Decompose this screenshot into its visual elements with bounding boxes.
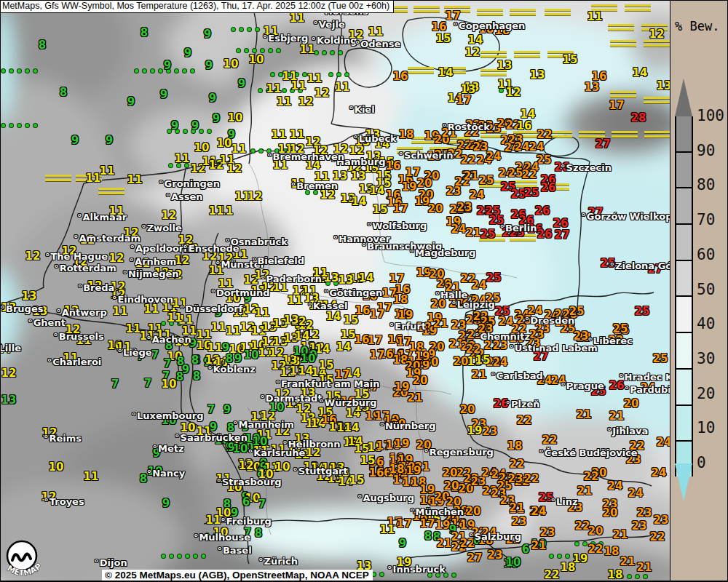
- drizzle-dot-icon: [636, 575, 639, 578]
- temp-value: 26: [535, 206, 550, 217]
- city-label: Würzburg: [319, 398, 376, 407]
- temp-value: 17: [370, 350, 385, 361]
- temp-value: 24: [515, 142, 530, 153]
- temp-value: 11: [144, 304, 159, 315]
- drizzle-dot-icon: [143, 69, 146, 73]
- temp-value: 10: [223, 59, 239, 70]
- temp-value: 17: [456, 95, 472, 106]
- drizzle-dot-icon: [329, 73, 333, 76]
- drizzle-dot-icon: [199, 129, 203, 133]
- temp-value: 12: [25, 251, 41, 262]
- temp-value: 14: [315, 344, 331, 355]
- drizzle-dot-icon: [314, 51, 318, 55]
- mist-symbol-icon: [477, 9, 503, 16]
- drizzle-dot-icon: [271, 73, 274, 76]
- temp-value: 16: [369, 468, 384, 479]
- temp-value: 21: [510, 503, 525, 514]
- temp-value: 14: [359, 273, 374, 284]
- temp-value: 10: [506, 557, 521, 568]
- temp-value: 22: [517, 415, 532, 426]
- temp-value: 14: [438, 68, 454, 79]
- temp-value: 13: [284, 315, 299, 326]
- city-label: Carlsbad: [491, 371, 543, 380]
- legend-segment: [676, 116, 692, 151]
- city-label: Rotterdam: [54, 263, 116, 273]
- drizzle-dot-icon: [245, 49, 248, 52]
- temp-value: 12: [227, 164, 242, 175]
- city-label: Luxembourg: [132, 411, 204, 420]
- drizzle-dot-icon: [258, 89, 262, 92]
- temp-value: 17: [609, 100, 625, 111]
- temp-value: 22: [588, 544, 604, 555]
- city-label: Alkmaar: [77, 212, 127, 222]
- drizzle-dot-icon: [33, 69, 37, 73]
- city-label: Zwolle: [141, 223, 182, 233]
- copyright-bar: © 2025 MetMaps.eu (AGB), OpenStreetMap, …: [102, 570, 373, 581]
- temp-value: 9: [171, 121, 178, 132]
- temp-value: 27: [467, 553, 483, 564]
- temp-value: 21: [637, 562, 652, 573]
- city-label: Szczecin: [561, 163, 612, 172]
- temp-value: 11: [211, 322, 226, 333]
- title-bar: MetMaps, Gfs WW-Symbol, Mos Temperature …: [0, 0, 394, 13]
- temp-value: 13: [22, 291, 37, 302]
- temp-value: 9: [106, 135, 113, 146]
- temp-value: 21: [464, 171, 479, 182]
- temp-value: 22: [510, 459, 525, 470]
- city-label: Erfurt: [389, 322, 426, 331]
- temp-value: 18: [507, 441, 523, 452]
- city-label: Basel: [217, 546, 251, 555]
- temp-value: 19: [406, 466, 422, 477]
- city-label: Strasbourg: [216, 477, 281, 487]
- city-label: Gorzów Wielkopolski: [581, 212, 670, 221]
- temp-value: 19: [402, 182, 417, 193]
- drizzle-dot-icon: [169, 164, 173, 167]
- temp-value: 22: [461, 155, 476, 166]
- legend-tick-label: 70: [697, 211, 715, 228]
- mist-symbol-icon: [610, 40, 636, 47]
- drizzle-dot-icon: [337, 73, 341, 76]
- temp-value: 9: [223, 404, 231, 415]
- city-label: Göttingen: [324, 288, 383, 298]
- temp-value: 8: [226, 354, 233, 364]
- temp-value: 27: [555, 230, 570, 241]
- temp-value: 22: [522, 170, 537, 180]
- city-label: Linz: [550, 497, 577, 506]
- temp-value: 9: [210, 422, 217, 433]
- temp-value: 18: [608, 570, 623, 581]
- city-label: Rostock: [442, 122, 490, 132]
- temp-value: 24: [628, 488, 644, 499]
- temp-value: 9: [238, 79, 245, 89]
- drizzle-dot-icon: [25, 124, 29, 127]
- temp-value: 15: [373, 204, 388, 215]
- mist-symbol-icon: [514, 51, 540, 58]
- city-label: Innsbruck: [387, 565, 446, 574]
- temp-value: 18: [604, 546, 620, 557]
- temp-value: 11: [288, 295, 303, 306]
- temp-value: 12: [298, 97, 314, 108]
- temp-value: 10: [217, 138, 232, 149]
- city-label: Bielefeld: [252, 256, 304, 266]
- temp-value: 7: [144, 378, 151, 389]
- legend-segment: [676, 151, 692, 188]
- temp-value: 23: [493, 340, 508, 351]
- temp-value: 24: [652, 468, 667, 479]
- temp-value: 19: [398, 310, 414, 321]
- city-label: Schwerin: [399, 151, 454, 160]
- temp-value: 12: [465, 47, 480, 58]
- temp-value: 11: [113, 306, 128, 317]
- city-label: Charleroi: [47, 357, 102, 367]
- drizzle-dot-icon: [186, 554, 189, 558]
- temp-value: 14: [336, 342, 352, 353]
- mist-symbol-icon: [98, 188, 124, 195]
- map-canvas[interactable]: 8899910989999109999991110101111111112111…: [0, 0, 670, 582]
- city-label: Brussels: [53, 332, 104, 341]
- city-label: Arnhem: [130, 257, 177, 266]
- temp-value: 7: [111, 379, 119, 390]
- temp-value: 12: [248, 191, 263, 202]
- temp-value: 20: [428, 204, 443, 215]
- temp-value: 19: [395, 382, 410, 393]
- temp-value: 21: [437, 538, 452, 549]
- temp-value: 21: [466, 228, 481, 239]
- temp-value: 24: [486, 151, 502, 162]
